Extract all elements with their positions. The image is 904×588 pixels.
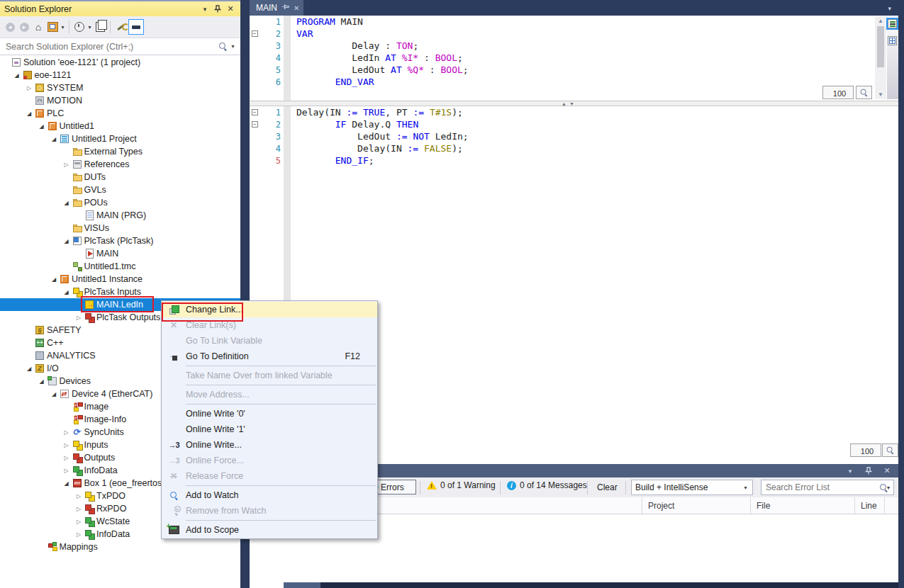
declaration-editor[interactable]: 1PROGRAM MAIN−2VAR3 Delay : TON;4 LedIn …	[250, 16, 898, 101]
menu-item-online-write[interactable]: →3Online Write...	[162, 437, 377, 453]
expander-collapsed-icon[interactable]: ▷	[73, 493, 84, 499]
error-list-search-input[interactable]	[761, 482, 880, 492]
tree-item-untitled1-instance[interactable]: ◢Untitled1 Instance	[0, 273, 240, 285]
tab-main[interactable]: MAIN ✕	[250, 0, 303, 16]
tree-item-solution-eoe-1121-1-project[interactable]: ∞Solution 'eoe-1121' (1 project)	[0, 56, 240, 69]
tree-item-gvls[interactable]: GVLs	[0, 183, 240, 196]
tree-item-plctask-inputs[interactable]: ◢PlcTask Inputs	[0, 285, 240, 298]
window-menu-chevron-icon[interactable]: ▾	[199, 4, 211, 15]
expander-collapsed-icon[interactable]: ▷	[61, 429, 72, 436]
tree-item-main[interactable]: MAIN	[0, 247, 240, 260]
column-project[interactable]: Project	[642, 497, 750, 514]
code-line[interactable]: 6 END_VAR	[250, 76, 898, 88]
column-line[interactable]: Line	[854, 497, 884, 514]
collapse-all-chevron-icon[interactable]: ▾	[60, 24, 66, 30]
fold-collapse-icon[interactable]: −	[250, 109, 260, 115]
pin-icon[interactable]	[212, 4, 223, 15]
tree-item-plc[interactable]: ◢PLC	[0, 107, 240, 120]
sync-with-active-document-icon[interactable]	[94, 21, 106, 33]
expander-expanded-icon[interactable]: ◢	[11, 72, 23, 79]
expander-expanded-icon[interactable]: ◢	[61, 289, 72, 295]
tree-item-pous[interactable]: ◢POUs	[0, 196, 240, 209]
expander-collapsed-icon[interactable]: ▷	[73, 519, 84, 525]
search-options-chevron-icon[interactable]: ▾	[230, 43, 236, 50]
search-input[interactable]	[0, 42, 219, 52]
history-filter-chevron-icon[interactable]: ▾	[87, 24, 93, 30]
messages-filter-button[interactable]: i 0 of 14 Messages	[507, 480, 587, 490]
tree-item-untitled1-project[interactable]: ◢Untitled1 Project	[0, 132, 240, 145]
code-line[interactable]: 5 LedOut AT %Q* : BOOL;	[250, 64, 898, 76]
expander-expanded-icon[interactable]: ◢	[61, 200, 72, 206]
menu-item-add-to-watch[interactable]: Add to Watch	[162, 487, 377, 503]
code-line[interactable]: 1PROGRAM MAIN	[250, 16, 898, 28]
implementation-zoom-input[interactable]	[851, 445, 883, 458]
code-line[interactable]: 3 Delay : TON;	[250, 40, 898, 52]
tree-item-plctask-plctask[interactable]: ◢PlcTask (PlcTask)	[0, 234, 240, 247]
tree-item-main-prg[interactable]: MAIN (PRG)	[0, 209, 240, 222]
tab-close-icon[interactable]: ✕	[294, 4, 299, 12]
menu-item-go-to-definition[interactable]: Go To DefinitionF12	[162, 349, 377, 364]
forward-icon[interactable]: ▸	[18, 21, 30, 33]
home-icon[interactable]: ⌂	[32, 21, 45, 33]
expander-collapsed-icon[interactable]: ▷	[23, 85, 35, 91]
declaration-zoom-input[interactable]	[823, 87, 856, 101]
implementation-zoom-magnifier-button[interactable]	[882, 443, 898, 457]
tab-list-chevron-icon[interactable]: ▾	[888, 5, 891, 12]
tab-pin-icon[interactable]	[281, 4, 289, 12]
expander-collapsed-icon[interactable]: ▷	[73, 506, 84, 512]
history-filter-icon[interactable]	[73, 21, 86, 33]
horizontal-scrollbar-thumb[interactable]	[284, 582, 320, 588]
tree-item-motion[interactable]: MOTION	[0, 94, 240, 107]
tree-item-eoe-1121[interactable]: ◢eoe-1121	[0, 69, 240, 81]
expander-collapsed-icon[interactable]: ▷	[73, 315, 84, 321]
splitter-arrows-icon[interactable]: ▲▼	[562, 101, 577, 106]
close-icon[interactable]: ✕	[881, 465, 893, 477]
tree-item-untitled1[interactable]: ◢Untitled1	[0, 120, 240, 132]
tree-item-visus[interactable]: VISUs	[0, 222, 240, 234]
declaration-zoom-magnifier-button[interactable]	[856, 86, 872, 99]
code-line[interactable]: −2 IF Delay.Q THEN	[250, 118, 898, 130]
code-line[interactable]: −2VAR	[250, 28, 898, 40]
expander-collapsed-icon[interactable]: ▷	[73, 531, 84, 538]
tree-item-mappings[interactable]: Mappings	[0, 541, 240, 553]
clear-button[interactable]: Clear	[597, 482, 618, 492]
expander-collapsed-icon[interactable]: ▷	[61, 442, 72, 448]
scrollbar-thumb[interactable]	[877, 26, 884, 67]
table-view-icon[interactable]	[888, 36, 897, 45]
declaration-scrollbar[interactable]: ▲ ▼	[875, 16, 886, 99]
code-line[interactable]: 5 END_IF;	[250, 154, 898, 166]
back-icon[interactable]: ◂	[4, 21, 16, 33]
code-line[interactable]: 4 Delay(IN := FALSE);	[250, 142, 898, 154]
menu-item-change-link[interactable]: Change Link...	[162, 302, 377, 317]
expander-expanded-icon[interactable]: ◢	[23, 111, 35, 117]
collapse-all-icon[interactable]	[46, 21, 59, 33]
editor-splitter[interactable]: ▲▼	[250, 101, 898, 106]
preview-selected-items-button[interactable]	[128, 19, 144, 35]
column-file[interactable]: File	[750, 497, 854, 514]
expander-expanded-icon[interactable]: ◢	[61, 480, 72, 487]
tree-item-untitled1-tmc[interactable]: Untitled1.tmc	[0, 260, 240, 273]
code-line[interactable]: 4 LedIn AT %I* : BOOL;	[250, 52, 898, 64]
menu-item-online-write-0[interactable]: Online Write '0'	[162, 406, 377, 422]
expander-expanded-icon[interactable]: ◢	[48, 391, 60, 397]
tree-item-references[interactable]: ▷References	[0, 158, 240, 171]
filter-dropdown[interactable]: Build + IntelliSense ▾	[631, 480, 753, 495]
expander-expanded-icon[interactable]: ◢	[48, 276, 60, 283]
expander-expanded-icon[interactable]: ◢	[48, 136, 60, 142]
tree-item-external-types[interactable]: External Types	[0, 145, 240, 158]
expander-expanded-icon[interactable]: ◢	[36, 378, 48, 385]
fold-collapse-icon[interactable]: −	[250, 30, 260, 37]
menu-item-online-write-1[interactable]: Online Write '1'	[162, 422, 377, 437]
tree-item-duts[interactable]: DUTs	[0, 171, 240, 183]
fold-collapse-icon[interactable]: −	[250, 121, 260, 128]
text-view-icon[interactable]	[888, 19, 897, 28]
tree-item-system[interactable]: ▷SYSTEM	[0, 81, 240, 94]
expander-collapsed-icon[interactable]: ▷	[61, 468, 72, 474]
expander-expanded-icon[interactable]: ◢	[23, 366, 35, 372]
expander-collapsed-icon[interactable]: ▷	[61, 162, 72, 168]
properties-wrench-icon[interactable]	[114, 21, 127, 33]
code-line[interactable]: 3 LedOut := NOT LedIn;	[250, 130, 898, 142]
code-line[interactable]: −1Delay(IN := TRUE, PT := T#1S);	[250, 106, 898, 118]
close-icon[interactable]: ✕	[225, 4, 236, 15]
search-options-chevron-icon[interactable]: ▾	[886, 485, 891, 491]
